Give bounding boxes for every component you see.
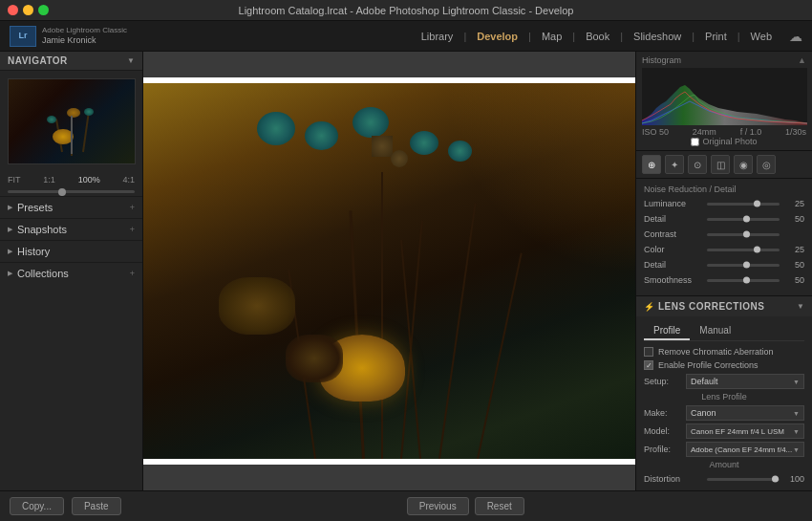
flower-teal-1 bbox=[257, 112, 295, 145]
setup-value[interactable]: Default ▼ bbox=[686, 374, 804, 389]
presets-label: Presets bbox=[17, 202, 53, 213]
detail-slider[interactable] bbox=[707, 213, 780, 225]
snapshots-label: Snapshots bbox=[17, 224, 67, 235]
profile-manual-tabs: Profile Manual bbox=[644, 322, 804, 341]
history-section[interactable]: ▶ History bbox=[0, 240, 142, 262]
nav-web[interactable]: Web bbox=[743, 28, 780, 45]
nav-map[interactable]: Map bbox=[534, 28, 569, 45]
flower-teal-2 bbox=[305, 121, 338, 150]
histogram-section: Histogram ▲ bbox=[636, 52, 812, 151]
aperture-value: f / 1.0 bbox=[740, 127, 762, 137]
profile-value[interactable]: Adobe (Canon EF 24mm f/4... ▼ bbox=[686, 442, 804, 457]
smoothness-slider[interactable] bbox=[707, 274, 780, 286]
zoom-fill[interactable]: 1:1 bbox=[43, 175, 55, 185]
crop-tool[interactable]: ⊕ bbox=[642, 155, 661, 174]
navigator-title: Navigator bbox=[8, 55, 68, 66]
paste-button[interactable]: Paste bbox=[72, 497, 121, 515]
distortion-value: 100 bbox=[783, 474, 804, 484]
nav-develop[interactable]: Develop bbox=[469, 28, 525, 45]
original-photo-checkbox[interactable] bbox=[691, 138, 699, 146]
luminance-slider[interactable] bbox=[707, 198, 780, 209]
cloud-sync-icon[interactable]: ☁ bbox=[789, 29, 802, 44]
foliage-left bbox=[219, 277, 295, 335]
luminance-value: 25 bbox=[783, 199, 804, 208]
snapshots-section[interactable]: ▶ Snapshots + bbox=[0, 218, 142, 240]
profile-row: Profile: Adobe (Canon EF 24mm f/4... ▼ bbox=[644, 442, 804, 457]
enable-profile-checkbox[interactable]: ✓ bbox=[644, 360, 653, 370]
navigator-header[interactable]: Navigator ▼ bbox=[0, 52, 142, 71]
brush-tool[interactable]: ⊙ bbox=[688, 155, 707, 174]
lens-corrections-arrow: ▼ bbox=[797, 302, 804, 311]
shutter-value: 1/30s bbox=[785, 127, 806, 137]
model-row: Model: Canon EF 24mm f/4 L USM ▼ bbox=[644, 423, 804, 439]
gradient-tool[interactable]: ◫ bbox=[711, 155, 730, 174]
color-slider[interactable] bbox=[707, 244, 780, 255]
copy-button[interactable]: Copy... bbox=[10, 497, 64, 515]
detail2-value: 50 bbox=[783, 260, 804, 270]
histogram-toggle[interactable]: ▲ bbox=[798, 55, 806, 65]
minimize-button[interactable] bbox=[23, 5, 33, 15]
contrast-slider[interactable] bbox=[707, 228, 780, 240]
zoom-fit[interactable]: FIT bbox=[8, 175, 21, 185]
histogram-values: ISO 50 24mm f / 1.0 1/30s bbox=[642, 127, 806, 137]
zoom-4x[interactable]: 4:1 bbox=[122, 175, 135, 185]
app-logo: Lr Adobe Lightroom Classic Jamie Kronick bbox=[10, 26, 127, 47]
detail2-slider[interactable] bbox=[707, 259, 780, 271]
radial-tool[interactable]: ◉ bbox=[734, 155, 753, 174]
zoom-100[interactable]: 100% bbox=[78, 175, 100, 185]
enable-profile-row: ✓ Enable Profile Corrections bbox=[644, 360, 804, 370]
detail-row: Detail 50 bbox=[644, 213, 804, 225]
model-value[interactable]: Canon EF 24mm f/4 L USM ▼ bbox=[686, 423, 804, 439]
title-bar: Lightroom Catalog.lrcat - Adobe Photosho… bbox=[0, 0, 812, 21]
make-value[interactable]: Canon ▼ bbox=[686, 405, 804, 421]
main-layout: Navigator ▼ FIT 1:1 100% 4:1 bbox=[0, 52, 812, 490]
lens-corrections-content: Profile Manual Remove Chromatic Aberrati… bbox=[636, 316, 812, 490]
right-panel: Histogram ▲ bbox=[635, 52, 812, 490]
snapshots-arrow: ▶ bbox=[8, 226, 12, 233]
navigator-thumbnail[interactable] bbox=[8, 78, 136, 164]
contrast-label: Contrast bbox=[644, 229, 703, 239]
remove-ca-checkbox[interactable] bbox=[644, 347, 653, 357]
smoothness-row: Smoothness 50 bbox=[644, 274, 804, 286]
nav-slideshow[interactable]: Slideshow bbox=[626, 28, 689, 45]
user-name: Jamie Kronick bbox=[42, 35, 127, 46]
close-button[interactable] bbox=[8, 5, 18, 15]
tab-manual[interactable]: Manual bbox=[690, 322, 740, 340]
distortion-slider[interactable] bbox=[707, 473, 780, 485]
seedhead-2 bbox=[391, 150, 408, 167]
vignetting-label: Vignetting bbox=[644, 489, 703, 490]
distortion-row: Distortion 100 bbox=[644, 473, 804, 485]
color-row: Color 25 bbox=[644, 244, 804, 255]
smoothness-value: 50 bbox=[783, 275, 804, 285]
enable-profile-label: Enable Profile Corrections bbox=[658, 360, 759, 370]
develop-tool-bar: ⊕ ✦ ⊙ ◫ ◉ ◎ bbox=[636, 151, 812, 179]
lens-corrections-title: Lens Corrections bbox=[658, 301, 764, 312]
nav-print[interactable]: Print bbox=[697, 28, 735, 45]
zoom-slider[interactable] bbox=[0, 187, 142, 196]
color-value: 25 bbox=[783, 245, 804, 254]
collections-add[interactable]: + bbox=[130, 269, 135, 278]
snapshots-add[interactable]: + bbox=[130, 225, 135, 234]
lens-corrections-header[interactable]: ⚡ Lens Corrections ▼ bbox=[636, 296, 812, 316]
vignetting-slider[interactable] bbox=[707, 488, 780, 490]
reset-button[interactable]: Reset bbox=[475, 497, 524, 515]
noise-reduction-title: Noise Reduction / Detail bbox=[644, 185, 804, 194]
tab-profile[interactable]: Profile bbox=[644, 322, 690, 340]
detail2-label: Detail bbox=[644, 260, 703, 270]
maximize-button[interactable] bbox=[38, 5, 49, 15]
main-nav: Library | Develop | Map | Book | Slidesh… bbox=[414, 28, 802, 45]
remove-ca-label: Remove Chromatic Aberration bbox=[658, 347, 774, 357]
setup-row: Setup: Default ▼ bbox=[644, 374, 804, 389]
detail-value: 50 bbox=[783, 214, 804, 224]
nav-library[interactable]: Library bbox=[414, 28, 461, 45]
collections-section[interactable]: ▶ Collections + bbox=[0, 262, 142, 284]
navigator-image bbox=[9, 79, 135, 163]
presets-section[interactable]: ▶ Presets + bbox=[0, 196, 142, 218]
nav-book[interactable]: Book bbox=[578, 28, 617, 45]
previous-button[interactable]: Previous bbox=[407, 497, 469, 515]
presets-add[interactable]: + bbox=[130, 203, 135, 212]
color-label: Color bbox=[644, 245, 703, 254]
heal-tool[interactable]: ✦ bbox=[665, 155, 684, 174]
redeye-tool[interactable]: ◎ bbox=[757, 155, 776, 174]
iso-value: ISO 50 bbox=[642, 127, 669, 137]
